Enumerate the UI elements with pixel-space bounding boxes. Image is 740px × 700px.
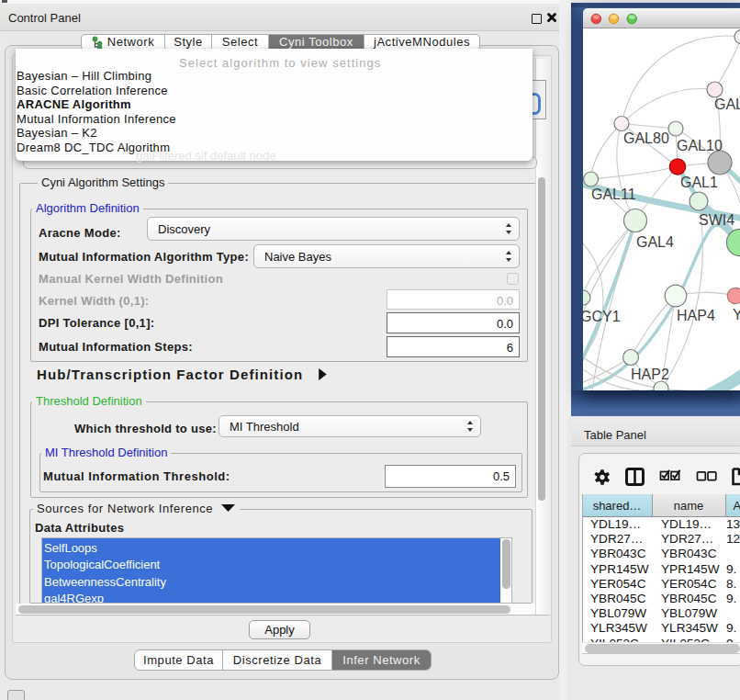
svg-text:GAL80: GAL80 xyxy=(623,130,669,146)
svg-text:HAP4: HAP4 xyxy=(677,308,715,323)
svg-text:HAP2: HAP2 xyxy=(631,367,669,382)
svg-text:GCY1: GCY1 xyxy=(583,309,621,324)
svg-text:GAL11: GAL11 xyxy=(591,186,636,202)
svg-text:GAL4: GAL4 xyxy=(636,234,674,250)
svg-text:SWI4: SWI4 xyxy=(699,212,734,228)
svg-text:GAL3: GAL3 xyxy=(714,96,740,112)
svg-text:GAL1: GAL1 xyxy=(680,175,718,190)
svg-text:GAL10: GAL10 xyxy=(677,138,723,153)
svg-text:Y: Y xyxy=(733,307,740,322)
